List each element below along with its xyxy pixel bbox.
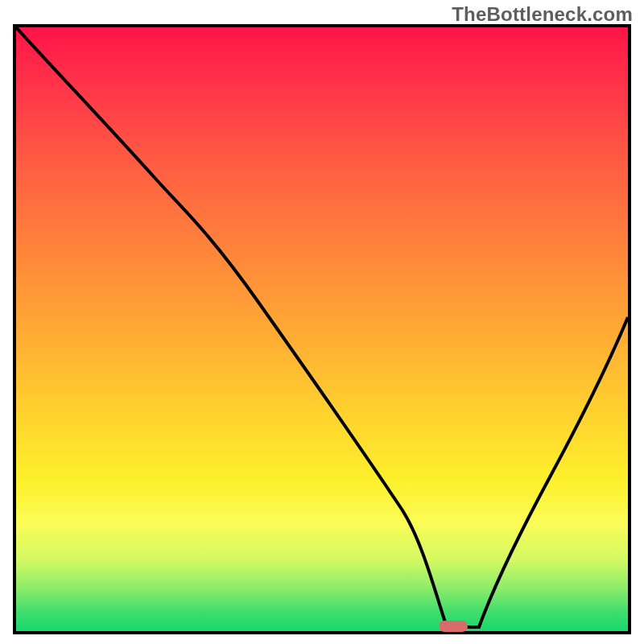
curve-path <box>16 27 628 627</box>
chart-container: TheBottleneck.com <box>0 0 644 644</box>
bottleneck-curve <box>16 27 628 631</box>
minimum-marker <box>439 621 468 632</box>
chart-area <box>13 24 631 634</box>
watermark-text: TheBottleneck.com <box>452 3 633 26</box>
